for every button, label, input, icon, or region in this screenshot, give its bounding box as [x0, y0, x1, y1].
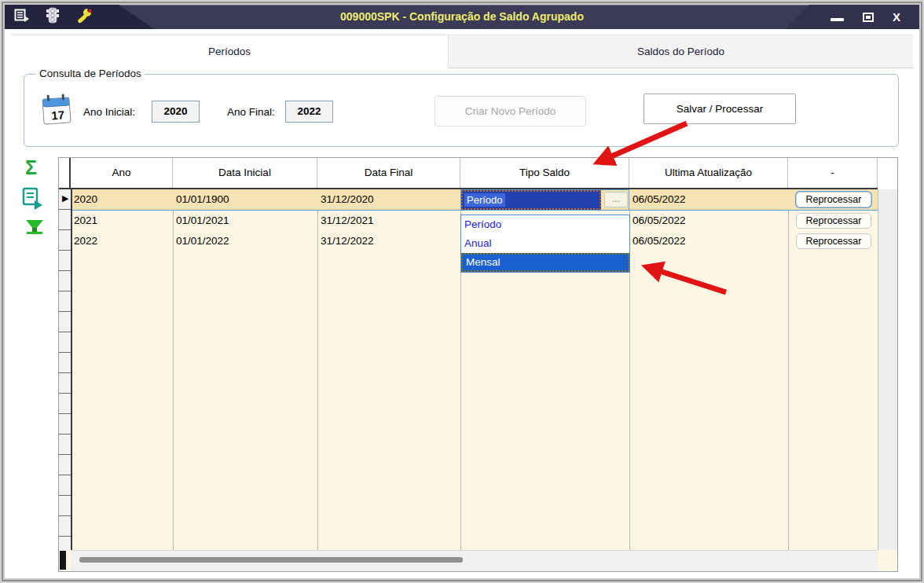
window-title: 009000SPK - Configuração de Saldo Agrupa…: [5, 5, 919, 29]
cell-data-inicial[interactable]: 01/01/1900: [176, 192, 229, 207]
reprocessar-button[interactable]: Reprocessar: [796, 192, 871, 207]
grid-gridline: [788, 189, 789, 550]
dropdown-option-mensal[interactable]: Mensal: [461, 253, 629, 272]
grid-gridline: [71, 189, 72, 550]
minimize-button[interactable]: [830, 18, 844, 21]
sum-sigma-icon[interactable]: Σ: [25, 156, 37, 179]
cell-ultima-atualizacao[interactable]: 06/05/2022: [632, 233, 686, 249]
reprocessar-button[interactable]: Reprocessar: [796, 213, 871, 229]
cell-data-inicial[interactable]: 01/01/2021: [176, 213, 229, 229]
editor-value: Período: [464, 193, 505, 207]
dropdown-option-periodo[interactable]: Período: [461, 215, 629, 234]
column-header-action[interactable]: -: [788, 158, 878, 188]
groupbox-legend: Consulta de Períodos: [35, 68, 145, 79]
hscroll-left-mark: [60, 551, 66, 570]
maximize-button[interactable]: [863, 13, 874, 22]
tab-periodos[interactable]: Períodos: [11, 35, 448, 68]
cell-data-final[interactable]: 31/12/2021: [321, 213, 374, 229]
cell-ultima-atualizacao[interactable]: 06/05/2022: [632, 192, 686, 207]
editor-ellipsis-button[interactable]: ...: [604, 192, 628, 207]
cell-ano[interactable]: 2021: [74, 213, 97, 229]
dropdown-option-anual[interactable]: Anual: [461, 234, 629, 253]
tab-saldos-do-periodo[interactable]: Saldos do Período: [448, 35, 913, 68]
grid-gridline: [317, 189, 318, 550]
ano-inicial-field[interactable]: 2020: [152, 101, 200, 123]
application-window: 009000SPK - Configuração de Saldo Agrupa…: [0, 0, 924, 583]
grid-gridline: [173, 189, 174, 550]
calendar-day: 17: [51, 108, 65, 122]
cell-ano[interactable]: 2020: [74, 192, 97, 207]
column-header-ultima-atualizacao[interactable]: Ultima Atualização: [629, 158, 788, 188]
window-content: Períodos Saldos do Período Consulta de P…: [5, 29, 919, 578]
tipo-saldo-cell-editor[interactable]: Período ...: [461, 190, 629, 210]
grid-corner-cell: [59, 158, 71, 188]
calendar-icon: 17: [41, 92, 74, 128]
column-header-ano[interactable]: Ano: [71, 158, 173, 188]
current-row-indicator: ▶: [62, 193, 68, 204]
horizontal-scrollbar-thumb[interactable]: [79, 557, 463, 563]
column-header-tipo-saldo[interactable]: Tipo Saldo: [460, 158, 629, 188]
grid-header-filler: [878, 158, 897, 189]
column-header-data-final[interactable]: Data Final: [317, 158, 460, 188]
titlebar[interactable]: 009000SPK - Configuração de Saldo Agrupa…: [5, 5, 919, 29]
ano-inicial-label: Ano Inicial:: [83, 106, 135, 118]
periodos-grid: Ano Data Inicial Data Final Tipo Saldo U…: [58, 157, 898, 572]
cell-data-final[interactable]: 31/12/2020: [321, 192, 374, 207]
criar-novo-periodo-button[interactable]: Criar Novo Período: [434, 96, 586, 126]
row-selector-column[interactable]: [59, 189, 71, 550]
close-button[interactable]: X: [893, 5, 900, 29]
column-header-data-inicial[interactable]: Data Inicial: [173, 158, 317, 188]
cell-data-inicial[interactable]: 01/01/2022: [176, 233, 229, 249]
cell-ultima-atualizacao[interactable]: 06/05/2022: [632, 213, 686, 229]
cell-ano[interactable]: 2022: [74, 233, 97, 249]
ano-final-field[interactable]: 2022: [285, 101, 333, 123]
funnel-icon[interactable]: [24, 218, 46, 239]
ano-final-label: Ano Final:: [227, 106, 275, 118]
cell-data-final[interactable]: 31/12/2022: [321, 233, 374, 249]
scrollbar-corner: [878, 550, 897, 572]
editor-selection-marquee: Período: [461, 190, 601, 210]
vertical-scrollbar[interactable]: [878, 189, 897, 550]
grid-header-row: Ano Data Inicial Data Final Tipo Saldo U…: [59, 158, 878, 189]
tab-bar: Períodos Saldos do Período: [11, 35, 913, 68]
tipo-saldo-dropdown: Período Anual Mensal: [460, 214, 630, 273]
salvar-processar-button[interactable]: Salvar / Processar: [644, 94, 796, 124]
export-record-icon[interactable]: [20, 186, 46, 214]
reprocessar-button[interactable]: Reprocessar: [796, 233, 871, 249]
